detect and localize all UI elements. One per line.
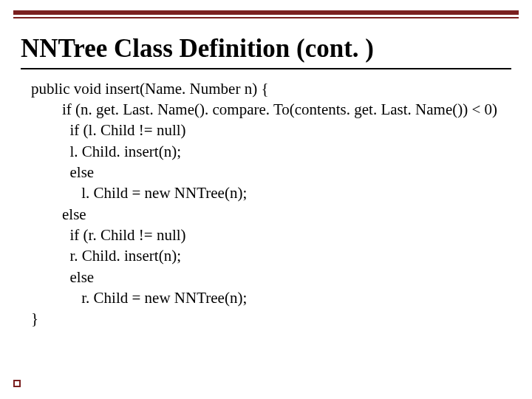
code-line: else [31,267,532,287]
square-bullet-icon [13,380,21,387]
slide-title: NNTree Class Definition (cont. ) [21,35,511,64]
accent-bar-thick [13,10,519,15]
code-line: l. Child = new NNTree(n); [31,183,532,203]
code-block: public void insert(Name. Number n) { if … [31,78,532,330]
code-line: if (r. Child != null) [31,225,532,245]
code-line: l. Child. insert(n); [31,141,532,162]
code-line: else [31,204,532,225]
title-rest: Class Definition (cont. ) [107,34,374,63]
code-line: public void insert(Name. Number n) { [31,78,532,99]
accent-bar-thin [13,17,519,18]
code-line: r. Child. insert(n); [31,245,532,266]
code-line: r. Child = new NNTree(n); [31,287,532,308]
code-line: if (l. Child != null) [31,120,532,140]
code-line: else [31,162,532,183]
title-container: NNTree Class Definition (cont. ) [21,35,511,69]
code-line: if (n. get. Last. Name(). compare. To(co… [31,99,532,120]
title-bold: NNTree [21,34,107,63]
code-line: } [31,308,532,329]
